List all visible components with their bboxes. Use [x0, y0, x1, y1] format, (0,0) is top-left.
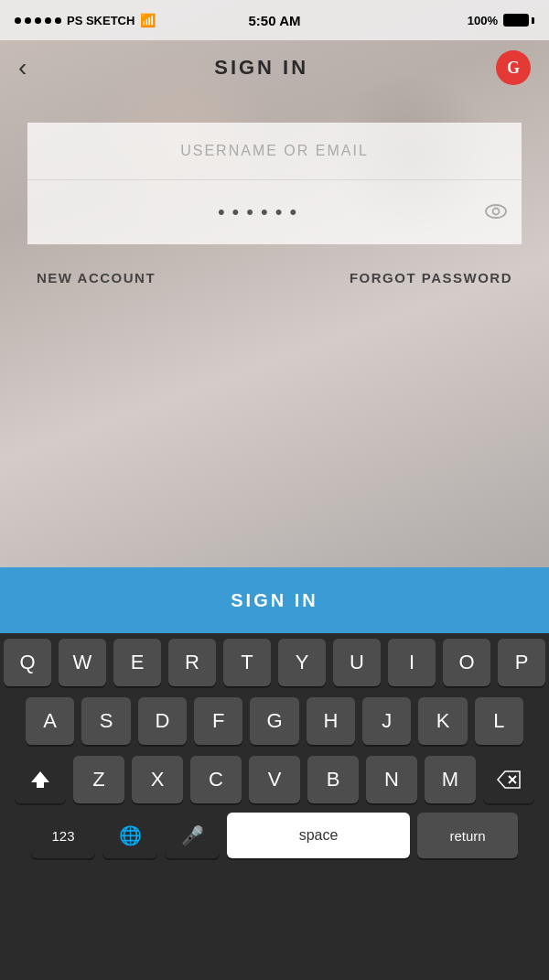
keyboard-bottom-row: 123 🌐 🎤 space return: [0, 809, 549, 862]
key-a[interactable]: A: [26, 697, 74, 745]
num-key[interactable]: 123: [31, 813, 95, 858]
new-account-button[interactable]: NEW ACCOUNT: [37, 270, 156, 285]
key-i[interactable]: I: [388, 639, 436, 686]
svg-point-0: [486, 205, 506, 218]
key-x[interactable]: X: [132, 756, 183, 803]
keyboard: Q W E R T Y U I O P A S D F G H J K L Z …: [0, 633, 549, 980]
google-button[interactable]: G: [496, 50, 531, 85]
shift-key[interactable]: [15, 756, 66, 803]
forgot-password-button[interactable]: FORGOT PASSWORD: [350, 270, 512, 285]
signin-button[interactable]: SIGN IN: [0, 567, 549, 633]
status-right: 100%: [468, 14, 534, 27]
form-content: NEW ACCOUNT FORGOT PASSWORD: [0, 95, 549, 285]
key-h[interactable]: H: [307, 697, 355, 745]
key-c[interactable]: C: [190, 756, 242, 803]
keyboard-row-1: Q W E R T Y U I O P: [0, 633, 549, 692]
svg-marker-2: [31, 771, 49, 788]
key-d[interactable]: D: [138, 697, 187, 745]
signal-dot-1: [15, 17, 21, 24]
signal-dot-2: [25, 17, 31, 24]
key-m[interactable]: M: [425, 756, 476, 803]
return-key[interactable]: return: [417, 813, 518, 858]
globe-key[interactable]: 🌐: [102, 813, 157, 858]
password-container: [27, 180, 522, 244]
battery-icon: [503, 14, 534, 27]
signal-dot-4: [45, 17, 51, 24]
signal-dot-3: [35, 17, 41, 24]
key-o[interactable]: O: [443, 639, 490, 686]
links-row: NEW ACCOUNT FORGOT PASSWORD: [27, 244, 522, 285]
keyboard-row-2: A S D F G H J K L: [0, 692, 549, 750]
key-w[interactable]: W: [59, 639, 106, 686]
key-t[interactable]: T: [223, 639, 271, 686]
key-r[interactable]: R: [168, 639, 216, 686]
mic-key[interactable]: 🎤: [165, 813, 220, 858]
key-p[interactable]: P: [498, 639, 545, 686]
status-time: 5:50 AM: [249, 13, 301, 28]
key-f[interactable]: F: [194, 697, 242, 745]
keyboard-row-3: Z X C V B N M: [0, 750, 549, 809]
key-u[interactable]: U: [333, 639, 381, 686]
battery-body: [503, 14, 529, 27]
space-key[interactable]: space: [227, 813, 410, 858]
signal-dot-5: [55, 17, 61, 24]
key-z[interactable]: Z: [73, 756, 124, 803]
key-j[interactable]: J: [362, 697, 411, 745]
key-k[interactable]: K: [418, 697, 467, 745]
username-input[interactable]: [27, 123, 522, 180]
key-s[interactable]: S: [81, 697, 130, 745]
wifi-icon: 📶: [140, 13, 156, 27]
key-q[interactable]: Q: [4, 639, 51, 686]
eye-icon[interactable]: [485, 202, 507, 223]
back-button[interactable]: ‹: [18, 55, 27, 81]
key-l[interactable]: L: [475, 697, 523, 745]
key-y[interactable]: Y: [278, 639, 326, 686]
battery-percent: 100%: [468, 14, 498, 27]
status-left: PS SKETCH 📶: [15, 13, 156, 27]
page-title: SIGN IN: [214, 56, 308, 80]
status-bar: PS SKETCH 📶 5:50 AM 100%: [0, 0, 549, 40]
key-g[interactable]: G: [250, 697, 298, 745]
key-e[interactable]: E: [113, 639, 161, 686]
signal-dots: [15, 17, 61, 24]
key-v[interactable]: V: [249, 756, 300, 803]
key-n[interactable]: N: [366, 756, 417, 803]
svg-point-1: [493, 208, 500, 214]
key-b[interactable]: B: [307, 756, 359, 803]
delete-key[interactable]: [483, 756, 534, 803]
password-input[interactable]: [27, 180, 522, 244]
carrier-name: PS SKETCH: [67, 14, 135, 27]
battery-tip: [532, 17, 534, 24]
nav-bar: ‹ SIGN IN G: [0, 40, 549, 95]
